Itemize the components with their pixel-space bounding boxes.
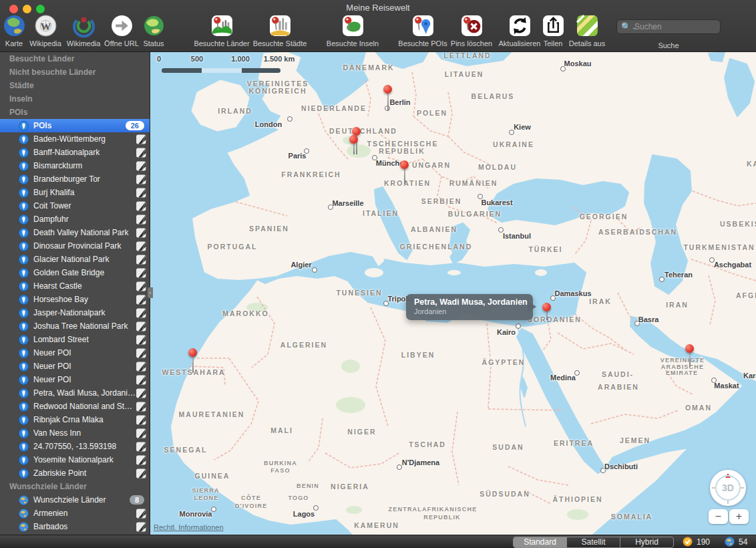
sidebar-item-joshua-tree-national-park[interactable]: Joshua Tree National Park: [0, 319, 150, 333]
edit-note-icon[interactable]: [136, 321, 147, 332]
edit-note-icon[interactable]: [136, 468, 147, 479]
edit-note-icon[interactable]: [136, 454, 147, 466]
sidebar-item-label: Armenien: [33, 509, 136, 518]
sidebar-item-coit-tower[interactable]: Coit Tower: [0, 199, 150, 213]
toolbar-item-status[interactable]: Status: [117, 14, 190, 47]
toolbar-item-besuchte-staedte[interactable]: Besuchte Städte: [243, 14, 317, 47]
country-label: AFGHANISTAN: [736, 291, 756, 299]
edit-note-icon[interactable]: [136, 401, 147, 412]
sidebar-item-banff-nationalpark[interactable]: Banff-Nationalpark: [0, 146, 150, 159]
sidebar-item-redwood-national-and-state-[interactable]: Redwood National and State …: [0, 400, 150, 413]
sidebar-item-barbados[interactable]: Barbados: [0, 520, 150, 533]
edit-note-icon[interactable]: [136, 134, 147, 145]
zoom-out-button[interactable]: −: [709, 509, 728, 524]
sidebar-item-dinosaur-provincial-park[interactable]: Dinosaur Provincial Park: [0, 239, 150, 253]
sidebar-item-dampfuhr[interactable]: Dampfuhr: [0, 213, 150, 226]
sidebar-item-label: Jasper-Nationalpark: [33, 308, 136, 317]
country-label: UKRAINE: [493, 140, 534, 148]
poi-pin-icon: [19, 321, 29, 331]
edit-note-icon[interactable]: [136, 187, 147, 198]
sidebar-item-label: Zabriskie Point: [33, 468, 136, 478]
sidebar-item-glacier-national-park[interactable]: Glacier National Park: [0, 253, 150, 266]
sidebar-item-hearst-castle[interactable]: Hearst Castle: [0, 279, 150, 293]
edit-note-icon[interactable]: [136, 441, 147, 452]
edit-note-icon[interactable]: [136, 267, 147, 279]
sidebar-item-jasper-nationalpark[interactable]: Jasper-Nationalpark: [0, 306, 150, 319]
sidebar-item-death-valley-national-park[interactable]: Death Valley National Park: [0, 226, 150, 239]
globe-icon: [19, 495, 29, 505]
edit-note-icon[interactable]: [136, 160, 147, 172]
edit-note-icon[interactable]: [136, 147, 147, 158]
country-label: SERBIEN: [421, 197, 462, 205]
country-label: USBEKISTAN: [720, 220, 756, 228]
legal-info-link[interactable]: Rechtl. Informationen: [154, 523, 224, 531]
poi-pin-icon: [19, 468, 29, 478]
compass-3d-control[interactable]: 3D: [710, 470, 746, 506]
edit-note-icon[interactable]: [136, 214, 147, 225]
edit-note-icon[interactable]: [136, 348, 147, 359]
edit-note-icon[interactable]: [136, 388, 147, 399]
city-label: Monrovia: [180, 510, 212, 518]
sidebar-item-ribnjak-crna-mlaka[interactable]: Ribnjak Crna Mlaka: [0, 413, 150, 426]
country-label: IRAK: [589, 297, 612, 305]
country-label: VEREINIGTE: [660, 357, 705, 364]
sidebar-item-van-ness-inn[interactable]: Van Ness Inn: [0, 426, 150, 440]
map-mode-satellit[interactable]: Satellit: [567, 537, 620, 547]
map-mode-standard[interactable]: Standard: [514, 537, 567, 547]
sidebar-item-neuer-poi[interactable]: Neuer POI: [0, 360, 150, 373]
zoom-in-button[interactable]: +: [729, 509, 749, 524]
sidebar-item-golden-gate-bridge[interactable]: Golden Gate Bridge: [0, 266, 150, 279]
edit-note-icon[interactable]: [136, 334, 147, 346]
sidebar-item-burj-khalifa[interactable]: Burj Khalifa: [0, 186, 150, 199]
edit-note-icon[interactable]: [136, 241, 147, 252]
sidebar-item-label: Petra, Wadi Musa, Jordanien: [33, 388, 136, 398]
country-label: MOLDAU: [478, 163, 517, 171]
poi-pin-icon: [19, 268, 29, 278]
edit-note-icon[interactable]: [136, 374, 147, 386]
sidebar-item-armenien[interactable]: Armenien: [0, 507, 150, 520]
sidebar-item-label: Horseshoe Bay: [33, 295, 136, 304]
sidebar-item-neuer-poi[interactable]: Neuer POI: [0, 346, 150, 360]
sidebar-item-lombard-street[interactable]: Lombard Street: [0, 333, 150, 346]
country-label: MAROKKO: [222, 309, 268, 317]
edit-note-icon[interactable]: [136, 521, 147, 533]
city-label: Basra: [638, 315, 659, 323]
country-label: WESTSAHARA: [162, 368, 225, 376]
toolbar-item-besuchte-inseln[interactable]: Besuchte Inseln: [316, 14, 389, 47]
sidebar-item-bismarckturm[interactable]: Bismarckturm: [0, 159, 150, 172]
count-badge: 8: [130, 495, 144, 505]
country-label: ERITREA: [554, 439, 594, 447]
edit-note-icon[interactable]: [136, 428, 147, 439]
poi-pin-icon: [19, 228, 29, 238]
sidebar-item-yosemite-nationalpark[interactable]: Yosemite Nationalpark: [0, 453, 150, 466]
edit-note-icon[interactable]: [136, 307, 147, 319]
toolbar-item-label: Besuchte Länder: [194, 39, 249, 47]
city-label: Teheran: [665, 271, 693, 279]
country-label: ASERBAIDSCHAN: [598, 228, 677, 236]
map-canvas[interactable]: LETTLANDDÄNEMARKLITAUENBELARUSVEREINIGTE…: [150, 52, 756, 548]
edit-note-icon[interactable]: [136, 200, 147, 212]
edit-note-icon[interactable]: [136, 227, 147, 239]
edit-note-icon[interactable]: [136, 254, 147, 265]
sidebar-item-label: Baden-Württemberg: [33, 134, 136, 144]
sidebar-collapse-handle[interactable]: ‹: [148, 287, 153, 298]
sidebar-item-pois[interactable]: POIs26: [0, 119, 150, 132]
map-mode-hybrid[interactable]: Hybrid: [620, 537, 673, 547]
sidebar-item-baden-w-rttemberg[interactable]: Baden-Württemberg: [0, 132, 150, 146]
sidebar-item-horseshoe-bay[interactable]: Horseshoe Bay: [0, 293, 150, 306]
toolbar-item-details-aus[interactable]: Details aus: [550, 14, 624, 47]
edit-note-icon[interactable]: [136, 414, 147, 426]
sidebar-item-neuer-poi[interactable]: Neuer POI: [0, 373, 150, 386]
edit-note-icon[interactable]: [136, 281, 147, 292]
sidebar-item-24-707550-13-593198[interactable]: 24.707550, -13.593198: [0, 440, 150, 453]
sidebar-item-wunschziele-l-nder[interactable]: Wunschziele Länder8: [0, 493, 150, 507]
edit-note-icon[interactable]: [136, 174, 147, 185]
edit-note-icon[interactable]: [136, 361, 147, 372]
scale-pill: [162, 68, 280, 73]
sidebar-item-petra-wadi-musa-jordanien[interactable]: Petra, Wadi Musa, Jordanien: [0, 386, 150, 400]
sidebar-item-zabriskie-point[interactable]: Zabriskie Point: [0, 466, 150, 480]
sidebar-item-brandenburger-tor[interactable]: Brandenburger Tor: [0, 172, 150, 186]
edit-note-icon[interactable]: [136, 508, 147, 519]
edit-note-icon[interactable]: [136, 294, 147, 305]
scale-tick: 1.000: [231, 55, 250, 63]
